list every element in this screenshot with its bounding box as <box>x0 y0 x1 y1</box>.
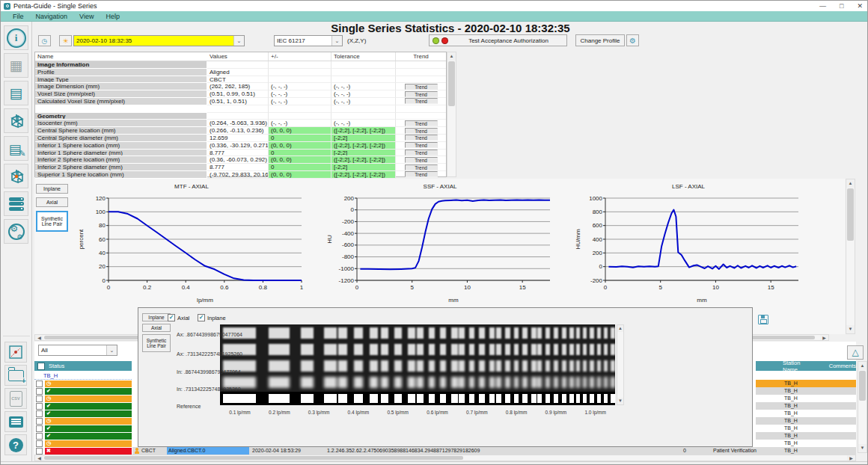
station-row[interactable]: TB_H <box>756 440 856 447</box>
trend-button[interactable]: Trend <box>405 98 438 104</box>
view-synthetic-line-pair-button[interactable]: Synthetic Line Pair <box>36 211 68 232</box>
scroll-left-icon[interactable]: ◀ <box>35 455 43 461</box>
scrollbar-thumb[interactable] <box>44 456 463 460</box>
scroll-right-icon[interactable]: ▶ <box>847 455 855 461</box>
stats-row[interactable]: Central Sphere diameter (mm)12.6590[-2;2… <box>35 135 446 142</box>
change-profile-button[interactable]: Change Profile <box>575 34 625 46</box>
trend-button[interactable]: Trend <box>405 84 438 90</box>
line-pair-scrollbar[interactable]: ▲ ▼ <box>617 324 624 405</box>
station-row[interactable]: TB_H <box>756 410 856 417</box>
stats-scrollbar[interactable]: ▲ <box>447 52 456 177</box>
status-row[interactable]: ◷ <box>34 417 132 425</box>
minimize-button[interactable]: — <box>819 2 826 10</box>
selected-series-row[interactable]: CBCT Aligned.CBCT.0 2020-02-04 18:53:29 … <box>132 447 856 455</box>
sidebar-settings-gears-button[interactable]: ⚙⚙ <box>4 219 28 244</box>
trend-button[interactable]: Trend <box>405 135 438 141</box>
row-checkbox[interactable] <box>36 388 43 395</box>
scroll-down-icon[interactable]: ▼ <box>617 398 623 404</box>
stats-row[interactable]: Calculated Voxel Size (mm/pixel)(0.51, 1… <box>35 98 446 105</box>
row-checkbox[interactable] <box>36 440 43 447</box>
sidebar-info-button[interactable]: i <box>4 25 28 50</box>
scrollbar-thumb[interactable] <box>847 188 854 241</box>
stats-row[interactable]: Image Information <box>35 61 446 69</box>
column-header-name[interactable]: Name <box>35 52 207 61</box>
scroll-up-icon[interactable]: ▲ <box>846 179 855 188</box>
station-name-header[interactable]: Station Name <box>759 360 815 373</box>
standard-select[interactable]: IEC 61217 ⌄ <box>274 35 343 46</box>
sidebar-series-grid-button[interactable]: ▦ <box>4 53 28 78</box>
scroll-down-icon[interactable]: ▼ <box>846 325 855 333</box>
scroll-up-icon[interactable]: ▲ <box>447 52 456 61</box>
stats-row[interactable]: Isocenter (mm)(0.264, -5.063, 3.936)(-, … <box>35 120 446 127</box>
scroll-left-icon[interactable]: ◀ <box>35 335 43 340</box>
trend-button[interactable]: Trend <box>405 164 438 170</box>
status-row[interactable]: ✔ <box>34 425 132 432</box>
scroll-up-icon[interactable]: ▲ <box>617 325 623 332</box>
scroll-up-icon[interactable]: ▲ <box>858 362 867 370</box>
menu-file[interactable]: File <box>13 13 24 20</box>
view-axial-button[interactable]: Axial <box>36 197 68 207</box>
close-button[interactable]: ✕ <box>857 2 863 10</box>
trend-button[interactable]: Trend <box>405 171 438 177</box>
series-select[interactable]: 2020-02-10 18:32:35 ⌄ <box>73 35 245 46</box>
status-row[interactable]: ✖ <box>34 447 132 455</box>
status-row[interactable]: ◷ <box>34 395 132 402</box>
station-row[interactable]: TB_H <box>756 432 856 440</box>
stats-row[interactable]: Inferior 2 Sphere location (mm)(0.36, -6… <box>35 156 446 164</box>
menu-help[interactable]: Help <box>106 13 120 20</box>
row-checkbox[interactable] <box>36 425 43 432</box>
trend-button[interactable]: Trend <box>405 128 438 134</box>
series-filter-select[interactable]: All ⌄ <box>38 345 117 356</box>
sidebar-list-button[interactable] <box>4 411 27 432</box>
trend-button[interactable]: Trend <box>405 150 438 155</box>
status-row[interactable]: ✔ <box>34 402 132 410</box>
sidebar-help-button[interactable]: ? <box>4 434 27 455</box>
stats-row[interactable]: Inferior 2 Sphere diameter (mm)8.7770[-2… <box>35 164 446 171</box>
column-header-[interactable]: +/- <box>269 52 331 61</box>
sidebar-add-folder-button[interactable] <box>4 365 27 386</box>
series-horizontal-scrollbar[interactable]: ◀ ▶ <box>34 455 856 461</box>
view-inplane-button[interactable]: Inplane <box>142 313 171 321</box>
status-column-header[interactable]: Status <box>34 361 132 371</box>
column-header-trend[interactable]: Trend <box>396 52 446 61</box>
stats-row[interactable]: Geometry <box>35 113 446 120</box>
help-info-button[interactable]: ◷ <box>38 35 51 46</box>
trend-button[interactable]: Trend <box>405 91 438 97</box>
trend-button[interactable]: Trend <box>405 142 438 148</box>
inplane-checkbox[interactable]: ✓ Inplane <box>198 314 226 321</box>
scroll-down-icon[interactable]: ▼ <box>858 444 867 452</box>
status-row[interactable]: ✔ <box>34 432 132 440</box>
column-header-values[interactable]: Values <box>207 52 269 61</box>
row-checkbox[interactable] <box>36 418 43 425</box>
stats-row[interactable]: Central Sphere location (mm)(0.266, -0.1… <box>35 127 446 135</box>
station-row[interactable]: TB_H <box>756 425 856 432</box>
scrollbar-thumb[interactable] <box>859 371 866 401</box>
refresh-button[interactable]: ☀ <box>59 35 72 46</box>
maximize-button[interactable]: □ <box>840 2 843 10</box>
sidebar-cube-3d-button[interactable] <box>4 108 28 133</box>
right-columns-header[interactable]: Station Name Comments <box>756 361 856 371</box>
station-row[interactable]: TB_H <box>756 387 856 395</box>
stats-row[interactable]: Voxel Size (mm/pixel)(0.51, 0.99, 0.51)(… <box>35 90 446 98</box>
stats-row[interactable]: Image Dimension (mm)(262, 262, 185)(-, -… <box>35 83 446 90</box>
station-group-row[interactable]: TB_H <box>34 372 132 380</box>
station-row[interactable]: TB_H <box>756 417 856 425</box>
stats-row[interactable]: Inferior 1 Sphere diameter (mm)8.7770[-2… <box>35 150 446 157</box>
profile-settings-button[interactable]: ⚙ <box>626 34 639 46</box>
view-inplane-button[interactable]: Inplane <box>36 184 68 194</box>
view-synthetic-line-pair-button[interactable]: Synthetic Line Pair <box>142 334 171 352</box>
trend-button[interactable]: Trend <box>405 157 438 163</box>
station-row[interactable]: TB_H <box>756 395 856 402</box>
axial-checkbox[interactable]: ✓ Axial <box>168 314 189 321</box>
stats-row[interactable]: Image TypeCBCT <box>35 76 446 84</box>
charts-vertical-scrollbar[interactable]: ▲ ▼ <box>846 179 855 334</box>
stats-row[interactable]: ProfileAligned <box>35 69 446 76</box>
menu-view[interactable]: View <box>79 13 94 20</box>
station-row[interactable]: TB_H <box>756 402 856 410</box>
sidebar-database-button[interactable] <box>4 191 28 216</box>
scrollbar-thumb[interactable] <box>448 61 455 106</box>
status-row[interactable]: ◷ <box>34 440 132 447</box>
row-checkbox[interactable] <box>36 448 43 455</box>
scroll-right-icon[interactable]: ▶ <box>820 335 828 340</box>
save-icon[interactable] <box>758 315 768 324</box>
